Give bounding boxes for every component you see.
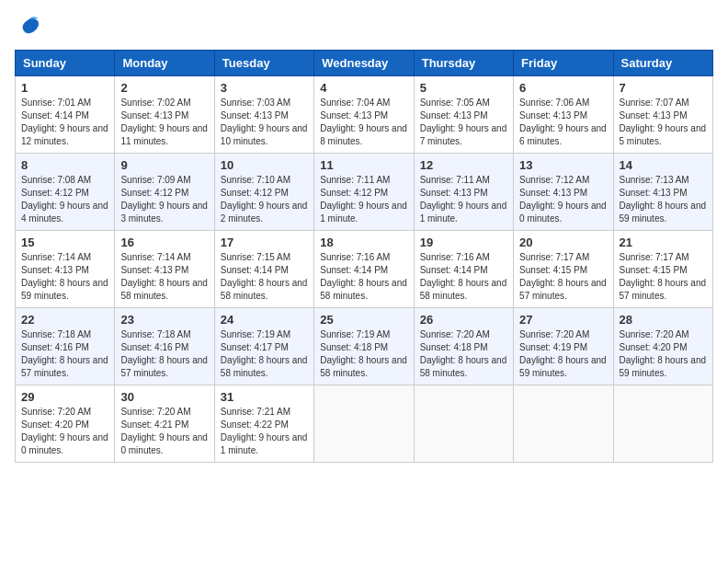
calendar-cell: 9 Sunrise: 7:09 AM Sunset: 4:12 PM Dayli…: [115, 154, 214, 231]
calendar-cell: 2 Sunrise: 7:02 AM Sunset: 4:13 PM Dayli…: [115, 76, 214, 154]
day-number: 17: [221, 236, 308, 249]
day-info: Sunrise: 7:13 AM Sunset: 4:13 PM Dayligh…: [620, 174, 707, 225]
calendar-header-saturday: Saturday: [613, 51, 712, 76]
day-info: Sunrise: 7:16 AM Sunset: 4:14 PM Dayligh…: [420, 251, 507, 303]
calendar-cell: 30 Sunrise: 7:20 AM Sunset: 4:21 PM Dayl…: [115, 385, 214, 463]
day-info: Sunrise: 7:11 AM Sunset: 4:12 PM Dayligh…: [320, 174, 407, 225]
calendar-cell: 13 Sunrise: 7:12 AM Sunset: 4:13 PM Dayl…: [514, 154, 613, 231]
calendar-header-monday: Monday: [115, 51, 214, 76]
calendar-cell: 3 Sunrise: 7:03 AM Sunset: 4:13 PM Dayli…: [214, 76, 313, 154]
calendar-cell: 18 Sunrise: 7:16 AM Sunset: 4:14 PM Dayl…: [314, 231, 414, 308]
day-number: 25: [320, 313, 407, 327]
day-info: Sunrise: 7:18 AM Sunset: 4:16 PM Dayligh…: [120, 328, 208, 380]
day-info: Sunrise: 7:21 AM Sunset: 4:22 PM Dayligh…: [221, 406, 308, 457]
day-number: 16: [120, 236, 208, 249]
day-number: 2: [120, 81, 208, 95]
calendar-header-friday: Friday: [514, 51, 613, 76]
logo: [15, 15, 42, 40]
calendar-header-row: SundayMondayTuesdayWednesdayThursdayFrid…: [16, 51, 713, 76]
calendar-cell: [514, 385, 613, 463]
day-number: 9: [120, 158, 208, 172]
calendar-cell: [414, 385, 513, 463]
day-info: Sunrise: 7:20 AM Sunset: 4:19 PM Dayligh…: [519, 328, 607, 380]
day-number: 15: [21, 236, 108, 249]
calendar-cell: [314, 385, 414, 463]
calendar-cell: 16 Sunrise: 7:14 AM Sunset: 4:13 PM Dayl…: [115, 231, 214, 308]
day-info: Sunrise: 7:12 AM Sunset: 4:13 PM Dayligh…: [519, 174, 607, 225]
day-info: Sunrise: 7:20 AM Sunset: 4:18 PM Dayligh…: [420, 328, 507, 380]
day-info: Sunrise: 7:08 AM Sunset: 4:12 PM Dayligh…: [21, 174, 108, 225]
day-number: 26: [420, 313, 507, 327]
calendar-cell: 22 Sunrise: 7:18 AM Sunset: 4:16 PM Dayl…: [16, 308, 115, 385]
day-info: Sunrise: 7:07 AM Sunset: 4:13 PM Dayligh…: [620, 97, 707, 148]
calendar-cell: 8 Sunrise: 7:08 AM Sunset: 4:12 PM Dayli…: [16, 154, 115, 231]
calendar-cell: 21 Sunrise: 7:17 AM Sunset: 4:15 PM Dayl…: [613, 231, 712, 308]
calendar-cell: 1 Sunrise: 7:01 AM Sunset: 4:14 PM Dayli…: [16, 76, 115, 154]
day-info: Sunrise: 7:02 AM Sunset: 4:13 PM Dayligh…: [120, 97, 208, 148]
calendar-week-row: 22 Sunrise: 7:18 AM Sunset: 4:16 PM Dayl…: [16, 308, 713, 385]
day-info: Sunrise: 7:16 AM Sunset: 4:14 PM Dayligh…: [320, 251, 407, 303]
day-number: 14: [620, 158, 707, 172]
calendar-header-thursday: Thursday: [414, 51, 513, 76]
day-info: Sunrise: 7:06 AM Sunset: 4:13 PM Dayligh…: [519, 97, 607, 148]
calendar-header-wednesday: Wednesday: [314, 51, 414, 76]
calendar-cell: 4 Sunrise: 7:04 AM Sunset: 4:13 PM Dayli…: [314, 76, 414, 154]
day-number: 13: [519, 158, 607, 172]
calendar-cell: 10 Sunrise: 7:10 AM Sunset: 4:12 PM Dayl…: [214, 154, 313, 231]
calendar-cell: [613, 385, 712, 463]
day-number: 8: [21, 158, 108, 172]
day-info: Sunrise: 7:20 AM Sunset: 4:21 PM Dayligh…: [120, 406, 208, 457]
day-info: Sunrise: 7:14 AM Sunset: 4:13 PM Dayligh…: [120, 251, 208, 303]
day-number: 3: [221, 81, 308, 95]
day-number: 28: [620, 313, 707, 327]
day-number: 11: [320, 158, 407, 172]
day-number: 23: [120, 313, 208, 327]
calendar-cell: 14 Sunrise: 7:13 AM Sunset: 4:13 PM Dayl…: [613, 154, 712, 231]
calendar-cell: 24 Sunrise: 7:19 AM Sunset: 4:17 PM Dayl…: [214, 308, 313, 385]
calendar-week-row: 1 Sunrise: 7:01 AM Sunset: 4:14 PM Dayli…: [16, 76, 713, 154]
day-number: 10: [221, 158, 308, 172]
day-info: Sunrise: 7:15 AM Sunset: 4:14 PM Dayligh…: [221, 251, 308, 303]
day-number: 24: [221, 313, 308, 327]
calendar-cell: 7 Sunrise: 7:07 AM Sunset: 4:13 PM Dayli…: [613, 76, 712, 154]
day-info: Sunrise: 7:14 AM Sunset: 4:13 PM Dayligh…: [21, 251, 108, 303]
calendar-cell: 19 Sunrise: 7:16 AM Sunset: 4:14 PM Dayl…: [414, 231, 513, 308]
calendar-cell: 12 Sunrise: 7:11 AM Sunset: 4:13 PM Dayl…: [414, 154, 513, 231]
day-number: 27: [519, 313, 607, 327]
day-number: 31: [221, 390, 308, 404]
day-info: Sunrise: 7:20 AM Sunset: 4:20 PM Dayligh…: [620, 328, 707, 380]
calendar-table: SundayMondayTuesdayWednesdayThursdayFrid…: [15, 50, 713, 463]
calendar-cell: 28 Sunrise: 7:20 AM Sunset: 4:20 PM Dayl…: [613, 308, 712, 385]
day-number: 30: [120, 390, 208, 404]
calendar-cell: 27 Sunrise: 7:20 AM Sunset: 4:19 PM Dayl…: [514, 308, 613, 385]
header: [15, 15, 713, 40]
day-number: 7: [620, 81, 707, 95]
logo-bird-icon: [17, 15, 42, 40]
calendar-week-row: 8 Sunrise: 7:08 AM Sunset: 4:12 PM Dayli…: [16, 154, 713, 231]
day-number: 21: [620, 236, 707, 249]
day-info: Sunrise: 7:20 AM Sunset: 4:20 PM Dayligh…: [21, 406, 108, 457]
day-info: Sunrise: 7:09 AM Sunset: 4:12 PM Dayligh…: [120, 174, 208, 225]
day-info: Sunrise: 7:17 AM Sunset: 4:15 PM Dayligh…: [620, 251, 707, 303]
day-number: 29: [21, 390, 108, 404]
day-number: 4: [320, 81, 407, 95]
calendar-cell: 26 Sunrise: 7:20 AM Sunset: 4:18 PM Dayl…: [414, 308, 513, 385]
day-number: 1: [21, 81, 108, 95]
day-number: 5: [420, 81, 507, 95]
calendar-week-row: 29 Sunrise: 7:20 AM Sunset: 4:20 PM Dayl…: [16, 385, 713, 463]
day-info: Sunrise: 7:19 AM Sunset: 4:17 PM Dayligh…: [221, 328, 308, 380]
calendar-cell: 5 Sunrise: 7:05 AM Sunset: 4:13 PM Dayli…: [414, 76, 513, 154]
day-info: Sunrise: 7:03 AM Sunset: 4:13 PM Dayligh…: [221, 97, 308, 148]
day-number: 18: [320, 236, 407, 249]
day-info: Sunrise: 7:18 AM Sunset: 4:16 PM Dayligh…: [21, 328, 108, 380]
day-number: 19: [420, 236, 507, 249]
calendar-cell: 31 Sunrise: 7:21 AM Sunset: 4:22 PM Dayl…: [214, 385, 313, 463]
day-info: Sunrise: 7:17 AM Sunset: 4:15 PM Dayligh…: [519, 251, 607, 303]
day-info: Sunrise: 7:10 AM Sunset: 4:12 PM Dayligh…: [221, 174, 308, 225]
day-info: Sunrise: 7:01 AM Sunset: 4:14 PM Dayligh…: [21, 97, 108, 148]
day-info: Sunrise: 7:19 AM Sunset: 4:18 PM Dayligh…: [320, 328, 407, 380]
calendar-header-sunday: Sunday: [16, 51, 115, 76]
day-info: Sunrise: 7:05 AM Sunset: 4:13 PM Dayligh…: [420, 97, 507, 148]
calendar-cell: 25 Sunrise: 7:19 AM Sunset: 4:18 PM Dayl…: [314, 308, 414, 385]
calendar-cell: 15 Sunrise: 7:14 AM Sunset: 4:13 PM Dayl…: [16, 231, 115, 308]
